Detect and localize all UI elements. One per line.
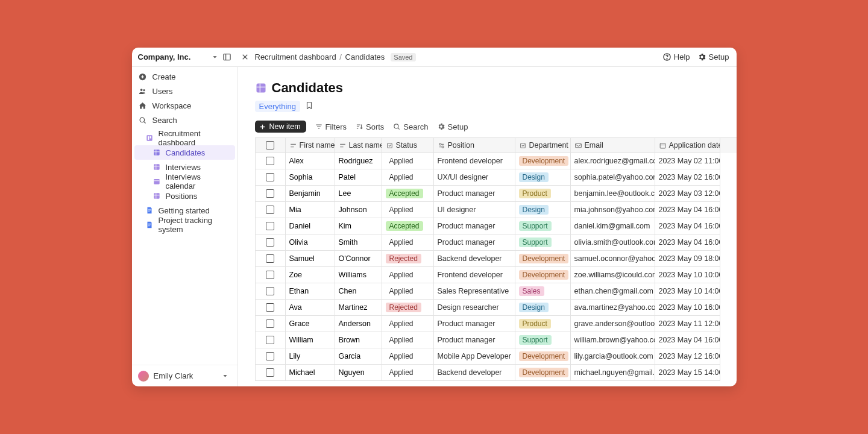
row-checkbox[interactable] [256,283,286,300]
table-row[interactable]: WilliamBrownAppliedProduct managerSuppor… [256,332,737,348]
cell-position: Product manager [434,186,515,202]
setup-link[interactable]: Setup [697,52,729,61]
cell-department: Development [515,348,571,365]
svg-rect-13 [149,136,151,139]
col-department[interactable]: Department [515,138,571,153]
cell-position: UI designer [434,202,515,218]
nav-positions[interactable]: Positions [132,189,237,203]
cell-status: Applied [382,283,434,300]
help-link[interactable]: Help [662,52,690,61]
row-checkbox[interactable] [256,332,286,348]
row-checkbox[interactable] [256,348,286,365]
toolbar-setup-button[interactable]: Setup [437,122,468,131]
table-row[interactable]: AvaMartinezRejectedDesign researcherDesi… [256,300,737,316]
breadcrumb-b[interactable]: Candidates [345,52,385,61]
svg-rect-22 [154,193,159,198]
table-row[interactable]: OliviaSmithAppliedProduct managerSupport… [256,234,737,251]
col-status[interactable]: Status [382,138,434,153]
row-checkbox[interactable] [256,251,286,267]
row-checkbox[interactable] [256,267,286,283]
row-checkbox[interactable] [256,153,286,169]
sorts-button[interactable]: Sorts [355,122,384,131]
new-item-button[interactable]: New item [255,121,306,133]
col-last-name[interactable]: Last name [335,138,382,153]
row-checkbox[interactable] [256,218,286,234]
cell-last-name: O'Connor [335,251,382,267]
svg-rect-17 [154,164,159,169]
cell-last-name: Lee [335,186,382,202]
table: First name Last name Status Position Dep… [255,137,737,381]
cell-application-date: 2023 May 10 14:00 [655,283,720,300]
bookmark-icon[interactable] [305,101,313,112]
row-checkbox[interactable] [256,234,286,251]
col-application-date[interactable]: Application date [655,138,720,153]
tab-everything[interactable]: Everything [255,101,300,112]
row-checkbox[interactable] [256,365,286,381]
cell-department: Development [515,267,571,283]
cell-status: Rejected [382,300,434,316]
cell-first-name: Ava [286,300,335,316]
col-position[interactable]: Position [434,138,515,153]
cell-position: Backend developer [434,365,515,381]
table-row[interactable]: LilyGarciaAppliedMobile App DeveloperDev… [256,348,737,365]
col-first-name[interactable]: First name [286,138,335,153]
sidebar-toggle-icon[interactable] [221,51,233,63]
breadcrumb[interactable]: Recruitment dashboard / Candidates [255,52,385,61]
nav-recruitment-dashboard[interactable]: Recruitment dashboard [132,131,237,145]
cell-first-name: Ethan [286,283,335,300]
table-row[interactable]: DanielKimAcceptedProduct managerSupportd… [256,218,737,234]
sidebar-workspace[interactable]: Workspace [132,98,237,113]
nav-interviews-calendar[interactable]: Interviews calendar [132,174,237,189]
row-checkbox[interactable] [256,300,286,316]
table-row[interactable]: GraceAndersonAppliedProduct managerProdu… [256,316,737,332]
cell-last-name: Brown [335,332,382,348]
row-checkbox[interactable] [256,169,286,186]
svg-point-9 [140,118,145,122]
cell-email: ava.martinez@yahoo.com [571,300,655,316]
row-checkbox[interactable] [256,316,286,332]
row-checkbox[interactable] [256,202,286,218]
cell-application-date: 2023 May 11 12:00 [655,316,720,332]
svg-point-7 [140,89,143,91]
select-all-checkbox[interactable] [256,138,286,153]
cell-email: sophia.patel@yahoo.com [571,169,655,186]
table-row[interactable]: MiaJohnsonAppliedUI designerDesignmia.jo… [256,202,737,218]
nav-interviews-label: Interviews [166,163,201,172]
sidebar-users[interactable]: Users [132,84,237,98]
cell-status: Applied [382,316,434,332]
nav-project-tracking[interactable]: Project tracking system [132,218,237,232]
col-email[interactable]: Email [571,138,655,153]
table-row[interactable]: EthanChenAppliedSales RepresentativeSale… [256,283,737,300]
table-row[interactable]: MichaelNguyenAppliedBackend developerDev… [256,365,737,381]
close-tab-icon[interactable] [239,51,251,63]
cell-position: Backend developer [434,251,515,267]
users-icon [138,86,148,96]
table-wrap: First name Last name Status Position Dep… [238,137,737,386]
user-menu-icon[interactable] [219,370,231,382]
svg-point-43 [439,143,441,145]
cell-first-name: Lily [286,348,335,365]
toolbar-search-button[interactable]: Search [392,122,428,131]
row-checkbox[interactable] [256,186,286,202]
table-row[interactable]: SophiaPatelAppliedUX/UI designerDesignso… [256,169,737,186]
breadcrumb-a[interactable]: Recruitment dashboard [255,52,336,61]
sidebar-footer[interactable]: Emily Clark [132,365,237,386]
company-name[interactable]: Company, Inc. [137,52,209,61]
table-row[interactable]: SamuelO'ConnorRejectedBackend developerD… [256,251,737,267]
cell-first-name: Benjamin [286,186,335,202]
table-row[interactable]: ZoeWilliamsAppliedFrontend developerDeve… [256,267,737,283]
topbar-mid: Recruitment dashboard / Candidates Saved [238,51,662,63]
cell-department: Product [515,316,571,332]
cell-first-name: Grace [286,316,335,332]
nav-candidates[interactable]: Candidates [134,145,235,160]
sidebar-create[interactable]: Create [132,69,237,84]
cell-last-name: Garcia [335,348,382,365]
sidebar-search[interactable]: Search [132,113,237,127]
table-row[interactable]: BenjaminLeeAcceptedProduct managerProduc… [256,186,737,202]
cell-application-date: 2023 May 04 16:00 [655,218,720,234]
filters-label: Filters [326,122,347,131]
footer-user-name: Emily Clark [154,371,193,380]
table-row[interactable]: AlexRodriguezAppliedFrontend developerDe… [256,153,737,169]
company-dropdown-icon[interactable] [209,51,221,63]
filters-button[interactable]: Filters [315,122,347,131]
